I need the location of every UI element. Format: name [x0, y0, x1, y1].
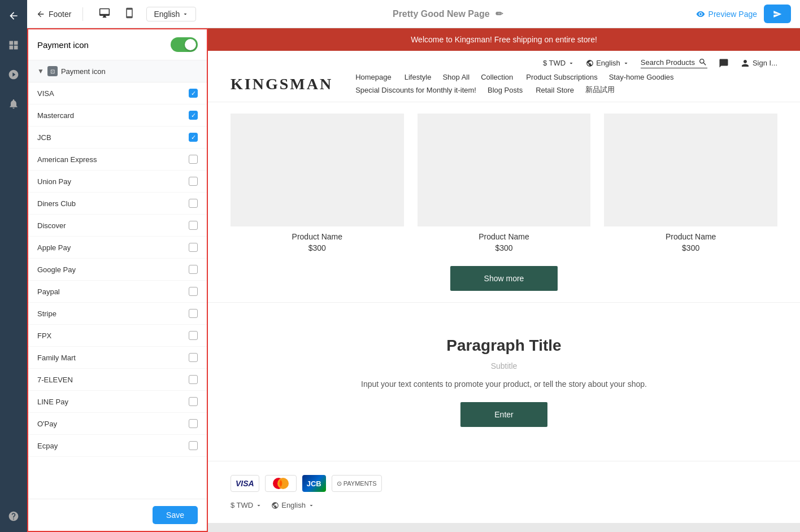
preview-area: Welcome to Kingsman! Free shipping on en…: [208, 28, 800, 532]
tree-item[interactable]: ▼ ⊡ Payment icon: [28, 60, 207, 82]
nav-link-row2[interactable]: Special Discounts for Monthly it-item!: [355, 86, 476, 94]
payment-item: LINE Pay: [28, 391, 207, 413]
currency-selector[interactable]: $ TWD: [543, 59, 575, 67]
payment-item-label: Union Pay: [37, 177, 71, 186]
payment-item-label: Discover: [37, 221, 66, 230]
enter-button[interactable]: Enter: [460, 402, 547, 427]
product-image: [231, 114, 404, 226]
payment-item-label: Paypal: [37, 287, 60, 296]
save-button[interactable]: Save: [153, 506, 198, 524]
language-selector[interactable]: English: [146, 7, 196, 21]
payment-checkbox[interactable]: [189, 309, 198, 318]
preview-label: Preview Page: [708, 10, 757, 19]
payment-item: Paypal: [28, 281, 207, 303]
sidebar-icon-seo[interactable]: [5, 66, 23, 84]
nav-link[interactable]: Product Subscriptions: [526, 73, 597, 81]
payment-item: Diners Club: [28, 193, 207, 215]
payment-item-label: Diners Club: [37, 199, 76, 208]
footer-lang-selector[interactable]: English: [271, 501, 315, 509]
payment-item: Discover: [28, 215, 207, 237]
device-desktop-btn[interactable]: [94, 5, 115, 23]
payment-checkbox[interactable]: [189, 397, 198, 406]
payment-item-label: Stripe: [37, 309, 56, 318]
nav-link-row2[interactable]: 新品試用: [585, 85, 616, 95]
payment-checkbox[interactable]: [189, 375, 198, 384]
payment-icons-row: VISA JCB ⊙ PAYMENTS: [231, 475, 777, 492]
back-button[interactable]: Footer: [36, 10, 71, 19]
payment-list: VISA Mastercard JCB American Express Uni…: [28, 82, 207, 499]
payment-checkbox[interactable]: [189, 441, 198, 450]
payment-item-label: Family Mart: [37, 354, 76, 362]
nav-link[interactable]: Collection: [481, 73, 515, 81]
publish-button[interactable]: [764, 5, 791, 23]
payment-checkbox[interactable]: [189, 243, 198, 252]
paragraph-subtitle: Subtitle: [231, 361, 777, 370]
payment-checkbox[interactable]: [189, 177, 198, 186]
tree-item-label: Payment icon: [61, 67, 106, 76]
payment-item: Stripe: [28, 303, 207, 325]
payment-checkbox[interactable]: [189, 89, 198, 98]
cpay-payment-icon: ⊙ PAYMENTS: [332, 475, 382, 492]
nav-link-row2[interactable]: Blog Posts: [488, 86, 524, 94]
payment-item-label: VISA: [37, 89, 54, 98]
account-icon[interactable]: Sign I...: [740, 58, 777, 68]
payment-item-label: Google Pay: [37, 265, 76, 274]
nav-link[interactable]: Homepage: [355, 73, 393, 81]
payment-item: VISA: [28, 82, 207, 104]
edit-icon[interactable]: ✏: [495, 9, 503, 19]
panel-title-text: Payment icon: [37, 40, 89, 50]
topbar: Footer English Pretty Good New Page ✏ Pr…: [27, 0, 800, 28]
sidebar-icon-pages[interactable]: [5, 36, 23, 54]
product-card: Product Name $300: [604, 114, 777, 252]
nav-link[interactable]: Lifestyle: [405, 73, 432, 81]
paragraph-section: Paragraph Title Subtitle Input your text…: [208, 302, 800, 461]
payment-checkbox[interactable]: [189, 221, 198, 230]
nav-link-row2[interactable]: Retail Store: [536, 86, 574, 94]
payment-checkbox[interactable]: [189, 287, 198, 296]
payment-checkbox[interactable]: [189, 111, 198, 120]
search-box[interactable]: Search Products: [641, 58, 707, 68]
payment-item-label: O'Pay: [37, 420, 57, 428]
footer-currency-selector[interactable]: $ TWD: [231, 501, 262, 509]
sidebar-icon-back[interactable]: [5, 7, 23, 25]
search-label: Search Products: [641, 58, 695, 67]
sidebar-icon-help[interactable]: [5, 507, 23, 525]
sidebar-icon-marketing[interactable]: [5, 95, 23, 113]
product-price: $300: [604, 243, 777, 252]
device-mobile-btn[interactable]: [119, 5, 140, 23]
product-image: [604, 114, 777, 226]
payment-checkbox[interactable]: [189, 331, 198, 340]
payment-checkbox[interactable]: [189, 265, 198, 274]
nav-link[interactable]: Shop All: [442, 73, 469, 81]
payment-icon-toggle[interactable]: [171, 37, 198, 52]
topbar-divider: [82, 7, 83, 21]
payment-item: O'Pay: [28, 413, 207, 435]
product-name: Product Name: [604, 232, 777, 241]
product-card: Product Name $300: [231, 114, 404, 252]
footer-currency: $ TWD: [231, 501, 253, 509]
store-logo: KINGSMAN: [231, 75, 333, 93]
payment-checkbox[interactable]: [189, 419, 198, 428]
footer-lang: English: [281, 501, 306, 509]
payment-item: Family Mart: [28, 347, 207, 369]
chat-icon[interactable]: [719, 58, 729, 68]
top-lang-selector[interactable]: English: [586, 59, 629, 67]
footer-bottom: $ TWD English: [231, 501, 777, 509]
show-more-button[interactable]: Show more: [450, 266, 558, 291]
payment-item: American Express: [28, 149, 207, 171]
payment-checkbox[interactable]: [189, 353, 198, 362]
payment-item: Apple Pay: [28, 237, 207, 259]
top-lang-label: English: [596, 59, 620, 67]
panel-header: Payment icon: [28, 29, 207, 60]
products-grid: Product Name $300 Product Name $300 Prod…: [231, 114, 777, 252]
payment-checkbox[interactable]: [189, 155, 198, 164]
tree-arrow: ▼: [37, 67, 44, 75]
payment-item: 7-ELEVEN: [28, 369, 207, 391]
payment-item-label: 7-ELEVEN: [37, 376, 73, 384]
preview-button[interactable]: Preview Page: [696, 10, 757, 19]
payment-checkbox[interactable]: [189, 199, 198, 208]
nav-link[interactable]: Stay-home Goodies: [609, 73, 674, 81]
product-name: Product Name: [418, 232, 591, 241]
payment-checkbox[interactable]: [189, 133, 198, 142]
payment-item-label: FPX: [37, 332, 51, 340]
